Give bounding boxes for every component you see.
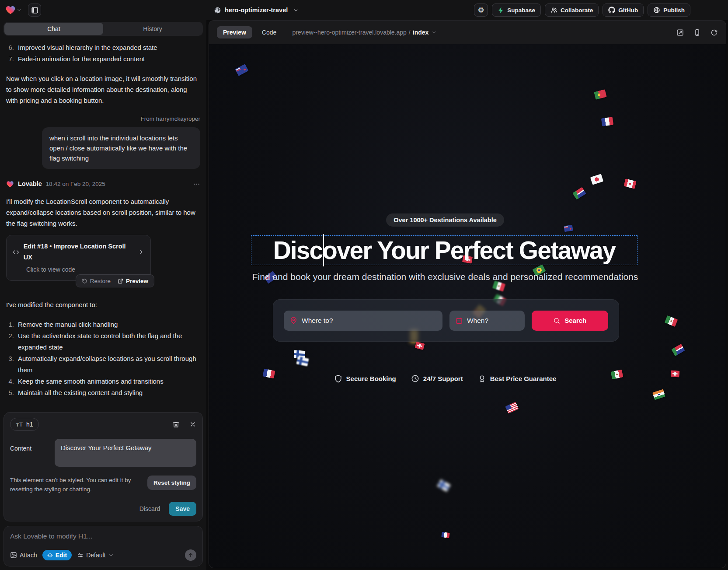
settings-button[interactable]: ⚙ bbox=[474, 3, 488, 17]
list-item: 5.Maintain all the existing content and … bbox=[6, 387, 200, 399]
edit-mode-button[interactable]: Edit bbox=[42, 550, 72, 560]
chevron-down-icon bbox=[108, 553, 114, 558]
feature-secure-booking: Secure Booking bbox=[334, 374, 396, 383]
hero-subtitle: Find and book your dream destination wit… bbox=[252, 272, 638, 282]
reset-styling-button[interactable]: Reset styling bbox=[147, 476, 196, 490]
user-message-bubble: when i scroll into the individual locati… bbox=[42, 127, 200, 169]
list-item: 7.Fade-in animation for the expanded con… bbox=[6, 53, 200, 65]
selected-h1-outline[interactable]: Discover Your Perfect Getaway bbox=[251, 235, 637, 265]
edit-card-subtitle: Click to view code bbox=[26, 266, 144, 273]
discard-button[interactable]: Discard bbox=[139, 505, 160, 512]
features-row: Secure Booking 24/7 Support Best Price G… bbox=[209, 374, 681, 383]
collaborate-button[interactable]: Collaborate bbox=[545, 3, 599, 17]
globe-icon bbox=[214, 7, 221, 14]
map-pin-icon bbox=[290, 317, 297, 324]
chat-sidebar: Chat History 6.Improved visual hierarchy… bbox=[0, 20, 206, 570]
edit-card-title: Edit #18 • Improve Location Scroll UX bbox=[24, 241, 134, 263]
composer-input[interactable] bbox=[10, 532, 196, 540]
supabase-bolt-icon bbox=[498, 7, 504, 14]
focus-icon bbox=[47, 553, 53, 558]
list-item: 2.Use the activeIndex state to control b… bbox=[6, 330, 200, 353]
styling-note: This element can't be styled. You can ed… bbox=[10, 476, 142, 494]
more-options-icon[interactable] bbox=[193, 181, 200, 188]
assistant-name: Lovable bbox=[18, 178, 42, 189]
sidebar-toggle-button[interactable] bbox=[28, 3, 41, 17]
tab-history[interactable]: History bbox=[103, 23, 202, 35]
attach-button[interactable]: Attach bbox=[10, 552, 37, 559]
message-timestamp: 18:42 on Feb 20, 2025 bbox=[46, 178, 105, 189]
url-page: index bbox=[413, 29, 429, 36]
chevron-down-icon bbox=[432, 30, 437, 35]
hero-subtitle-row: Find and book your dream destination wit… bbox=[209, 272, 681, 282]
destinations-badge: Over 1000+ Destinations Available bbox=[386, 213, 504, 227]
github-icon bbox=[608, 7, 615, 14]
feature-best-price: Best Price Guarantee bbox=[478, 374, 557, 383]
save-button[interactable]: Save bbox=[169, 502, 196, 516]
search-icon bbox=[553, 317, 560, 324]
default-mode-selector[interactable]: Default bbox=[77, 552, 113, 559]
travel-site: Over 1000+ Destinations Available Discov… bbox=[209, 44, 681, 568]
tab-code[interactable]: Code bbox=[258, 26, 280, 38]
top-bar: hero-optimizer-travel ⚙ Supabase Collabo… bbox=[0, 0, 728, 20]
supabase-button[interactable]: Supabase bbox=[492, 3, 541, 17]
where-input[interactable] bbox=[302, 317, 436, 325]
globe-outline-icon bbox=[653, 7, 660, 14]
restore-icon bbox=[82, 278, 87, 284]
tab-preview[interactable]: Preview bbox=[217, 26, 252, 38]
chevron-right-icon bbox=[138, 249, 144, 255]
site-viewport: Over 1000+ Destinations Available Discov… bbox=[209, 44, 726, 568]
from-user-label: From harrymckayroper bbox=[6, 115, 200, 123]
preview-edit-button[interactable]: Preview bbox=[118, 276, 148, 287]
code-icon bbox=[13, 249, 19, 255]
tab-chat[interactable]: Chat bbox=[4, 23, 103, 35]
search-button[interactable]: Search bbox=[532, 311, 608, 331]
list-item: 4.Keep the same smooth animations and tr… bbox=[6, 376, 200, 387]
preview-url[interactable]: preview--hero-optimizer-travel.lovable.a… bbox=[292, 29, 437, 36]
edit-card-wrap: Edit #18 • Improve Location Scroll UX Cl… bbox=[6, 235, 151, 281]
hero-title[interactable]: Discover Your Perfect Getaway bbox=[273, 236, 616, 265]
destinations-badge-row: Over 1000+ Destinations Available bbox=[209, 213, 681, 227]
trash-icon[interactable] bbox=[172, 421, 180, 428]
clock-icon bbox=[411, 374, 419, 383]
panel-left-icon bbox=[31, 7, 38, 14]
mobile-view-icon[interactable] bbox=[693, 29, 701, 36]
content-textarea[interactable]: Discover Your Perfect Getaway bbox=[55, 439, 196, 467]
when-field[interactable] bbox=[449, 311, 525, 331]
award-icon bbox=[478, 374, 486, 383]
close-icon[interactable] bbox=[189, 421, 196, 428]
url-host: preview--hero-optimizer-travel.lovable.a… bbox=[292, 29, 406, 36]
send-button[interactable] bbox=[185, 549, 196, 561]
list-item: 3.Automatically expand/collapse location… bbox=[6, 353, 200, 376]
lovable-logo-menu[interactable] bbox=[5, 5, 22, 15]
github-button[interactable]: GitHub bbox=[603, 3, 644, 17]
gear-icon: ⚙ bbox=[478, 7, 484, 14]
assistant-message-header: Lovable 18:42 on Feb 20, 2025 bbox=[6, 178, 200, 189]
assistant-paragraph: I've modified the component to: bbox=[6, 299, 200, 310]
where-field[interactable] bbox=[284, 311, 442, 331]
lovable-avatar-icon bbox=[6, 180, 14, 188]
restore-button[interactable]: Restore bbox=[82, 276, 111, 287]
chevron-down-icon bbox=[293, 7, 299, 13]
text-caret bbox=[323, 234, 324, 266]
open-in-new-tab-icon[interactable] bbox=[676, 29, 684, 36]
external-link-icon bbox=[118, 278, 123, 284]
feature-support: 24/7 Support bbox=[411, 374, 463, 383]
project-selector[interactable]: hero-optimizer-travel bbox=[214, 3, 299, 17]
selected-element-pill[interactable]: тT h1 bbox=[10, 418, 39, 431]
calendar-icon bbox=[456, 317, 463, 324]
publish-button[interactable]: Publish bbox=[648, 3, 690, 17]
when-input[interactable] bbox=[467, 317, 519, 325]
search-card: Search bbox=[273, 299, 619, 342]
edit-card-actions: Restore Preview bbox=[76, 274, 154, 287]
chevron-down-icon bbox=[17, 7, 22, 13]
assistant-paragraph: Now when you click on a location image, … bbox=[6, 73, 200, 106]
arrow-up-icon bbox=[188, 552, 194, 558]
steps-list: 1.Remove the manual click handling 2.Use… bbox=[6, 319, 200, 399]
assistant-paragraph: I'll modify the LocationScroll component… bbox=[6, 196, 200, 229]
content-label: Content bbox=[10, 439, 49, 467]
refresh-icon[interactable] bbox=[711, 29, 718, 36]
preview-toolbar: Preview Code preview--hero-optimizer-tra… bbox=[209, 21, 726, 44]
preview-pane: Preview Code preview--hero-optimizer-tra… bbox=[209, 20, 726, 568]
chat-scroll-area[interactable]: 6.Improved visual hierarchy in the expan… bbox=[0, 36, 206, 408]
element-editor-panel: тT h1 Content Discover Your Perfect Geta… bbox=[3, 412, 203, 521]
